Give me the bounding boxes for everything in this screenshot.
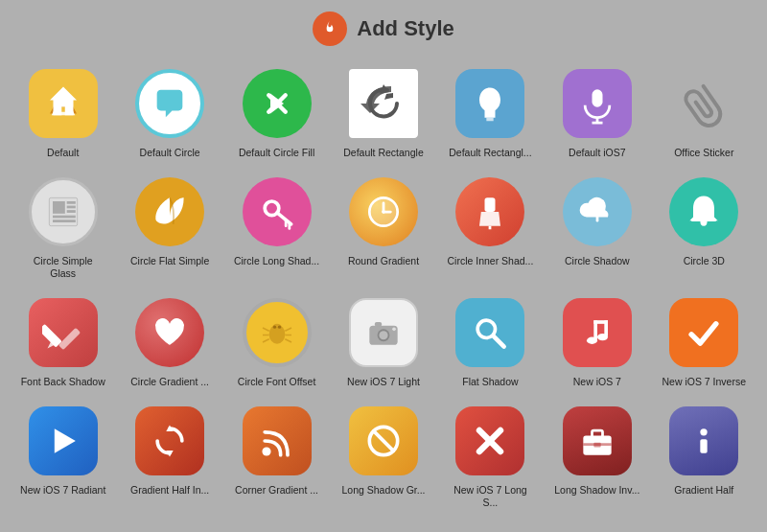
icon-circle-font-offset-label: Circle Font Offset — [238, 376, 316, 389]
icon-circle-long-shadow[interactable]: Circle Long Shad... — [223, 168, 330, 289]
icon-new-ios7-radiant-label: New iOS 7 Radiant — [20, 484, 105, 497]
svg-rect-65 — [701, 439, 708, 453]
svg-rect-49 — [604, 320, 608, 336]
svg-point-42 — [379, 331, 387, 339]
icon-new-ios7-light-label: New iOS 7 Light — [347, 376, 420, 389]
svg-rect-61 — [592, 430, 602, 437]
svg-rect-63 — [593, 442, 600, 447]
icon-circle-font-offset[interactable]: Circle Font Offset — [223, 289, 330, 397]
svg-marker-52 — [55, 428, 76, 453]
svg-point-44 — [392, 327, 396, 331]
svg-rect-21 — [485, 197, 496, 212]
svg-point-38 — [272, 325, 275, 328]
icon-long-shadow-gr[interactable]: Long Shadow Gr... — [330, 397, 436, 518]
svg-rect-10 — [66, 210, 75, 213]
icon-circle-flat-simple-label: Circle Flat Simple — [130, 255, 209, 268]
icon-default-ios7-label: Default iOS7 — [569, 147, 626, 160]
icon-default-rectangle-blue[interactable]: Default Rectangl... — [437, 59, 544, 168]
svg-rect-7 — [53, 201, 65, 214]
svg-rect-43 — [375, 322, 382, 327]
icon-circle-3d[interactable]: Circle 3D — [651, 168, 757, 289]
icon-default-label: Default — [47, 147, 79, 160]
icon-circle-shadow-label: Circle Shadow — [565, 255, 630, 268]
icon-circle-simple-glass[interactable]: Circle Simple Glass — [10, 168, 116, 289]
icon-office-sticker-label: Office Sticker — [674, 147, 733, 160]
icon-corner-gradient-label: Corner Gradient ... — [235, 484, 318, 497]
icon-new-ios7[interactable]: New iOS 7 — [544, 289, 650, 397]
icon-default-rectangle[interactable]: Default Rectangle — [330, 59, 436, 168]
svg-point-51 — [597, 334, 608, 340]
icon-default-circle-label: Default Circle — [140, 147, 200, 160]
icon-circle-inner-shadow-label: Circle Inner Shad... — [447, 255, 533, 268]
icon-office-sticker[interactable]: Office Sticker — [651, 59, 757, 168]
icon-default-ios7[interactable]: Default iOS7 — [544, 59, 650, 168]
header-flame-icon — [313, 12, 347, 46]
svg-marker-22 — [479, 212, 500, 226]
icon-default[interactable]: Default — [10, 59, 116, 168]
icon-gradient-half-in-label: Gradient Half In... — [130, 484, 209, 497]
svg-line-37 — [285, 339, 291, 342]
icon-new-ios7-inverse-label: New iOS 7 Inverse — [662, 376, 747, 389]
svg-point-55 — [262, 447, 270, 455]
icon-default-rectangle-blue-label: Default Rectangl... — [449, 147, 531, 160]
icon-new-ios7-long-s[interactable]: New iOS 7 Long S... — [437, 397, 544, 518]
svg-line-32 — [263, 328, 269, 331]
icon-default-circle[interactable]: Default Circle — [116, 59, 222, 168]
icon-circle-simple-glass-label: Circle Simple Glass — [20, 255, 106, 281]
icon-new-ios7-label: New iOS 7 — [573, 376, 621, 389]
icon-new-ios7-inverse[interactable]: New iOS 7 Inverse — [651, 289, 757, 397]
icons-grid: Default Default Circle Default Ci — [0, 56, 767, 521]
svg-line-46 — [494, 336, 504, 347]
icon-circle-3d-label: Circle 3D — [684, 255, 725, 268]
svg-rect-27 — [58, 328, 81, 350]
svg-point-50 — [587, 337, 597, 344]
icon-circle-gradient-label: Circle Gradient ... — [130, 376, 209, 389]
icon-long-shadow-inv[interactable]: Long Shadow Inv... — [544, 397, 650, 518]
svg-point-20 — [382, 210, 385, 214]
svg-line-57 — [374, 430, 393, 450]
icon-font-back-shadow[interactable]: Font Back Shadow — [10, 289, 116, 397]
icon-circle-gradient[interactable]: Circle Gradient ... — [116, 289, 222, 397]
icon-default-rectangle-label: Default Rectangle — [343, 147, 423, 160]
icon-circle-flat-simple[interactable]: Circle Flat Simple — [116, 168, 222, 289]
icon-circle-shadow[interactable]: Circle Shadow — [544, 168, 650, 289]
svg-rect-48 — [593, 320, 597, 339]
icon-new-ios7-radiant[interactable]: New iOS 7 Radiant — [10, 397, 116, 518]
icon-font-back-shadow-label: Font Back Shadow — [21, 376, 105, 389]
svg-line-34 — [263, 339, 269, 342]
icon-long-shadow-gr-label: Long Shadow Gr... — [342, 484, 426, 497]
svg-line-35 — [285, 328, 291, 331]
icon-long-shadow-inv-label: Long Shadow Inv... — [554, 484, 639, 497]
icon-round-gradient[interactable]: Round Gradient — [330, 168, 436, 289]
icon-default-circle-fill[interactable]: Default Circle Fill — [223, 59, 330, 168]
icon-corner-gradient[interactable]: Corner Gradient ... — [223, 397, 330, 518]
page-header: Add Style — [0, 0, 767, 56]
svg-rect-8 — [66, 201, 75, 204]
icon-default-circle-fill-label: Default Circle Fill — [239, 147, 314, 160]
svg-point-39 — [277, 325, 280, 328]
icon-round-gradient-label: Round Gradient — [348, 255, 419, 268]
icon-circle-long-shadow-label: Circle Long Shad... — [234, 255, 319, 268]
icon-flat-shadow-label: Flat Shadow — [462, 376, 518, 389]
icon-gradient-half[interactable]: Gradient Half — [651, 397, 757, 518]
icon-new-ios7-long-s-label: New iOS 7 Long S... — [447, 484, 533, 510]
page-title: Add Style — [357, 16, 453, 41]
svg-point-64 — [701, 428, 708, 435]
icon-circle-inner-shadow[interactable]: Circle Inner Shad... — [437, 168, 544, 289]
svg-rect-26 — [691, 219, 716, 221]
svg-rect-3 — [592, 89, 602, 106]
icon-gradient-half-label: Gradient Half — [674, 484, 733, 497]
svg-rect-9 — [66, 205, 75, 208]
icon-flat-shadow[interactable]: Flat Shadow — [437, 289, 544, 397]
icon-gradient-half-in[interactable]: Gradient Half In... — [116, 397, 222, 518]
svg-rect-12 — [53, 220, 76, 222]
icon-new-ios7-light[interactable]: New iOS 7 Light — [330, 289, 436, 397]
svg-rect-11 — [53, 215, 76, 218]
